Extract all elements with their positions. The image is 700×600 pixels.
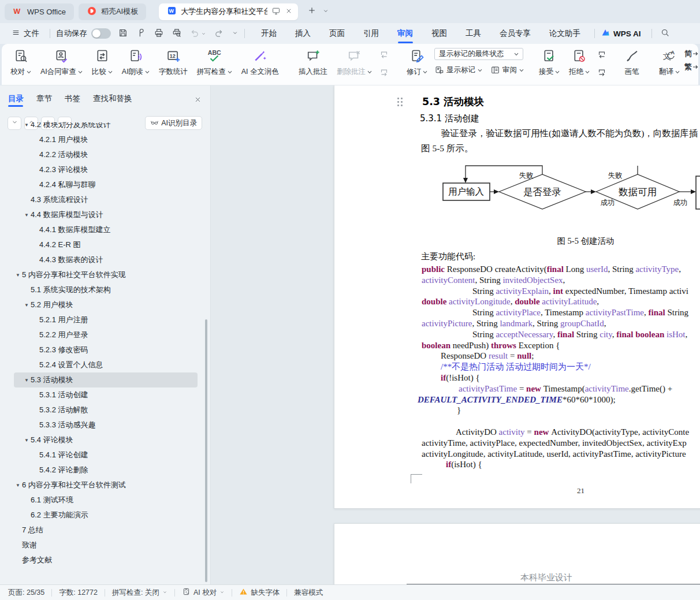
toc-item[interactable]: 5.2.1 用户注册 [14,312,198,327]
delete-comment-button[interactable]: 删除批注 [332,48,377,77]
toc-item[interactable]: 5.3.1 活动创建 [14,387,198,403]
accept-change-button[interactable]: 接受 [534,48,564,77]
track-changes-button[interactable]: 修订 [402,48,432,77]
sidebar-tab-书签[interactable]: 书签 [65,94,80,107]
reviewing-pane-button[interactable]: 审阅 [490,65,524,75]
next-change-button[interactable] [597,68,607,80]
insert-comment-button[interactable]: 插入批注 [294,48,332,77]
tab-wps-office[interactable]: W WPS Office [5,3,74,20]
toc-item[interactable]: 5.4.1 评论创建 [14,448,198,463]
prev-comment-button[interactable] [379,50,389,62]
markup-state-dropdown[interactable]: 显示标记的最终状态 [434,48,523,60]
toc-collapse-arrow-icon[interactable]: ▼ [23,378,31,383]
toc-item[interactable]: 5.1 系统实现的技术架构 [14,282,198,297]
toc-item[interactable]: ▼5.3 活动模块 [14,372,198,387]
undo-button[interactable] [189,28,206,40]
menu-tab-引用[interactable]: 引用 [362,25,380,42]
prev-change-button[interactable] [597,50,607,62]
export-pdf-button[interactable] [136,28,146,40]
toc-collapse-arrow-icon[interactable]: ▼ [14,273,22,278]
document-page-22[interactable]: 本科毕业设计 [334,523,700,584]
screen-share-icon[interactable] [271,6,281,17]
ai-polish-button[interactable]: AI 全文润色 [237,48,284,77]
sidebar-scrollbar[interactable] [205,319,207,582]
toc-item[interactable]: 5.2.4 设置个人信息 [14,357,198,372]
toc-item[interactable]: 5.4.2 评论删除 [14,463,198,478]
toc-collapse-arrow-icon[interactable]: ▼ [23,438,31,443]
ai-read-aloud-button[interactable]: AI朗读 [117,48,154,77]
toc-item[interactable]: 4.2.1 用户模块 [14,132,198,147]
menu-tab-插入[interactable]: 插入 [294,25,312,42]
tab-docer-templates[interactable]: 稻壳AI模板 [79,3,146,20]
next-comment-button[interactable] [379,68,389,80]
toolbar-more-chevron-icon[interactable] [232,29,239,38]
menu-tab-会员专享[interactable]: 会员专享 [498,25,532,42]
toc-item[interactable]: 4.4.2 E-R 图 [14,237,198,252]
menu-tab-审阅[interactable]: 审阅 [396,25,414,42]
toc-item[interactable]: 5.2.3 修改密码 [14,342,198,357]
reject-change-button[interactable]: 拒绝 [564,48,594,77]
redo-button[interactable] [214,28,224,40]
tab-list-chevron-icon[interactable] [322,6,329,17]
toc-item[interactable]: ▼4.4 数据库模型与设计 [14,207,198,222]
menu-tab-视图[interactable]: 视图 [430,25,448,42]
show-markup-button[interactable]: 显示标记 [434,65,482,75]
translate-button[interactable]: 文A翻译 [654,48,684,77]
toc-collapse-arrow-icon[interactable]: ▼ [23,122,31,128]
toc-item[interactable]: 4.4.1 数据库模型建立 [14,222,198,237]
toc-item[interactable]: ▼5.2 用户模块 [14,297,198,312]
document-page-21[interactable]: 5.3 活动模块 5.3.1 活动创建 验证登录，验证数据可用性(如邀请人数不能… [334,85,700,509]
toc-collapse-arrow-icon[interactable]: ▼ [23,303,31,308]
spell-check-status[interactable]: 拼写检查: 关闭 [112,588,167,598]
sidebar-tab-目录[interactable]: 目录 [8,94,24,107]
new-tab-icon[interactable] [307,6,317,17]
word-count-indicator[interactable]: 字数: 12772 [59,588,98,598]
toc-item[interactable]: 4.2.4 私聊与群聊 [14,177,198,192]
sidebar-tab-章节[interactable]: 章节 [36,94,52,107]
toc-collapse-arrow-icon[interactable]: ▼ [23,213,31,218]
menu-tab-开始[interactable]: 开始 [260,25,278,42]
simplified-to-traditional-button[interactable]: 简转繁 [684,49,698,59]
toc-item[interactable]: ▼4.2 模块划分及系统设计 [14,122,198,132]
toc-item[interactable]: 6.1 测试环境 [14,493,198,508]
paragraph-drag-handle-icon[interactable] [397,98,403,106]
toc-item[interactable]: 5.3.3 活动感兴趣 [14,418,198,433]
toc-item[interactable]: 7 总结 [14,523,198,538]
file-menu-button[interactable]: 文件 [7,26,44,41]
ai-contract-review-button[interactable]: AI合同审查 [36,48,87,77]
traditional-to-simplified-button[interactable]: 繁转简 [684,62,698,72]
toc-item[interactable]: ▼5.4 评论模块 [14,433,198,448]
search-icon[interactable] [660,28,670,39]
missing-font-warning[interactable]: 缺失字体 [239,587,280,598]
autosave-toggle[interactable] [91,28,111,39]
sidebar-tab-查找和替换[interactable]: 查找和替换 [93,94,132,107]
toc-item[interactable]: 4.3 系统流程设计 [14,192,198,207]
tab-document[interactable]: W 大学生内容分享和社交平台的 [159,3,298,20]
toc-item[interactable]: 致谢 [14,538,198,553]
toc-item[interactable]: ▼6 内容分享和社交平台软件测试 [14,478,198,493]
toc-item[interactable]: ▼5 内容分享和社交平台软件实现 [14,267,198,282]
toc-item[interactable]: 6.2 主要功能演示 [14,508,198,523]
proofread-button[interactable]: 校对 [6,48,36,77]
wps-ai-button[interactable]: WPS AI [601,28,641,39]
menu-tab-论文助手[interactable]: 论文助手 [548,25,582,42]
toc-item[interactable]: 5.3.2 活动解散 [14,403,198,418]
print-button[interactable] [154,28,164,40]
toc-item[interactable]: 5.2.2 用户登录 [14,327,198,342]
compare-button[interactable]: 比较 [87,48,117,77]
print-preview-button[interactable] [172,28,182,40]
page-indicator[interactable]: 页面: 25/35 [8,588,44,598]
save-button[interactable] [118,28,128,40]
menu-tab-页面[interactable]: 页面 [328,25,346,42]
close-tab-icon[interactable] [285,7,293,17]
toc-item[interactable]: 参考文献 [14,553,198,568]
spell-check-button[interactable]: ABC拼写检查 [192,48,237,77]
toc-collapse-arrow-icon[interactable]: ▼ [14,483,22,488]
toc-item[interactable]: 4.4.3 数据表的设计 [14,252,198,267]
ink-pen-button[interactable]: 画笔 [620,48,644,77]
word-count-button[interactable]: 12字数统计 [154,48,192,77]
toc-item[interactable]: 4.2.3 评论模块 [14,162,198,177]
menu-tab-工具[interactable]: 工具 [464,25,482,42]
close-sidebar-button[interactable] [193,95,202,106]
ai-proofread-status[interactable]: AI 校对 [182,587,225,598]
